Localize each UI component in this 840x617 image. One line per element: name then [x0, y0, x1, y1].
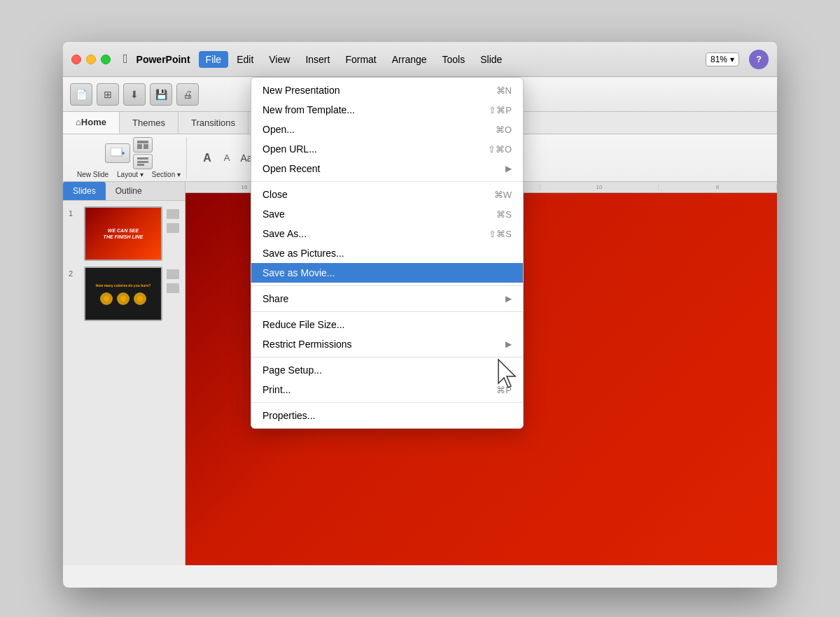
app-window:  PowerPoint File Edit View Insert Forma… — [63, 42, 777, 588]
menu-item-open-recent[interactable]: Open Recent ▶ — [251, 159, 523, 178]
font-decrease-btn[interactable]: A — [218, 149, 236, 167]
menu-item-page-setup[interactable]: Page Setup... — [251, 360, 523, 380]
menu-item-save-as[interactable]: Save As... ⇧⌘S — [251, 224, 523, 243]
slide-tabs: Slides Outline — [63, 182, 185, 201]
grid-icon[interactable]: ⊞ — [97, 83, 119, 106]
slide-icons-1 — [167, 206, 179, 233]
svg-rect-0 — [111, 148, 122, 156]
new-slide-label[interactable]: New Slide — [77, 171, 108, 178]
menu-insert[interactable]: Insert — [298, 51, 337, 68]
svg-point-11 — [137, 296, 143, 302]
section-label[interactable]: Section ▾ — [152, 171, 181, 178]
apple-menu[interactable]:  — [123, 52, 128, 66]
tab-slides[interactable]: Slides — [63, 182, 106, 200]
svg-point-9 — [104, 296, 109, 302]
list-item: 1 WE CAN SEETHE FINISH LINE — [69, 206, 179, 261]
slide-number-1: 1 — [69, 206, 80, 218]
help-button[interactable]: ? — [749, 50, 769, 69]
svg-rect-4 — [137, 144, 142, 149]
tab-transitions[interactable]: Transitions — [178, 112, 248, 134]
slide-icons-2 — [167, 267, 179, 293]
svg-rect-8 — [137, 164, 144, 166]
new-slide-icon[interactable] — [105, 143, 130, 163]
zoom-control[interactable]: 81% ▾ — [706, 52, 739, 66]
menu-view[interactable]: View — [262, 51, 297, 68]
app-name: PowerPoint — [136, 54, 190, 65]
menu-item-properties[interactable]: Properties... — [251, 406, 523, 425]
menu-item-save-as-pictures[interactable]: Save as Pictures... — [251, 243, 523, 263]
new-doc-icon[interactable]: 📄 — [70, 83, 92, 106]
font-increase-btn[interactable]: A — [198, 149, 216, 167]
menu-item-open[interactable]: Open... ⌘O — [251, 120, 523, 139]
menu-edit[interactable]: Edit — [230, 51, 260, 68]
icon-cycling — [117, 292, 130, 305]
maximize-button[interactable] — [101, 55, 111, 64]
menu-arrange[interactable]: Arrange — [385, 51, 434, 68]
slide-thumb-text-2: How many calories do you burn? — [96, 283, 151, 288]
svg-rect-3 — [137, 141, 148, 143]
tab-outline[interactable]: Outline — [106, 182, 152, 200]
menu-item-save[interactable]: Save ⌘S — [251, 204, 523, 224]
tab-home[interactable]: ⌂ Home — [63, 112, 120, 134]
menu-item-restrict-permissions[interactable]: Restrict Permissions ▶ — [251, 334, 523, 354]
zoom-value: 81% — [710, 55, 727, 64]
close-button[interactable] — [71, 55, 81, 64]
slide-action-icon-2a[interactable] — [167, 269, 179, 279]
new-slide-row — [105, 137, 153, 169]
import-icon[interactable]: ⬇ — [123, 83, 146, 106]
slide-thumb-text-1: WE CAN SEETHE FINISH LINE — [104, 227, 144, 240]
menu-file[interactable]: File — [199, 51, 229, 68]
menu-separator-1 — [251, 181, 523, 182]
svg-rect-5 — [144, 144, 148, 149]
section-icon[interactable] — [133, 154, 153, 169]
slide-action-icon-2b[interactable] — [167, 283, 179, 293]
slide-thumbnail-1[interactable]: WE CAN SEETHE FINISH LINE — [84, 206, 162, 261]
menu-item-open-url[interactable]: Open URL... ⇧⌘O — [251, 139, 523, 159]
menu-item-close[interactable]: Close ⌘W — [251, 185, 523, 204]
icon-sitting — [134, 292, 146, 305]
layout-label[interactable]: Layout ▾ — [117, 171, 144, 178]
svg-rect-6 — [137, 157, 148, 159]
svg-rect-7 — [137, 161, 148, 163]
menu-format[interactable]: Format — [338, 51, 383, 68]
menu-item-new-presentation[interactable]: New Presentation ⌘N — [251, 80, 523, 100]
print-icon[interactable]: 🖨 — [176, 83, 199, 106]
title-bar:  PowerPoint File Edit View Insert Forma… — [63, 42, 777, 77]
icon-running — [100, 292, 113, 305]
slide-thumbnail-2[interactable]: How many calories do you burn? — [84, 267, 162, 321]
file-menu-dropdown: New Presentation ⌘N New from Template...… — [251, 77, 524, 429]
zoom-dropdown-icon[interactable]: ▾ — [730, 55, 734, 64]
slide-panel: Slides Outline 1 WE CAN SEETHE FINISH LI… — [63, 182, 186, 565]
slide-number-2: 2 — [69, 267, 80, 278]
menu-item-new-from-template[interactable]: New from Template... ⇧⌘P — [251, 100, 523, 120]
slide-action-icon-1a[interactable] — [167, 209, 179, 219]
slide-action-icon-1b[interactable] — [167, 223, 179, 233]
home-icon: ⌂ — [76, 117, 81, 127]
menu-item-print[interactable]: Print... ⌘P — [251, 380, 523, 399]
save-icon[interactable]: 💾 — [150, 83, 172, 106]
slides-list: 1 WE CAN SEETHE FINISH LINE 2 How many c… — [63, 201, 185, 565]
tab-themes[interactable]: Themes — [120, 112, 178, 134]
menu-item-reduce-file-size[interactable]: Reduce File Size... — [251, 315, 523, 334]
menu-tools[interactable]: Tools — [435, 51, 472, 68]
menu-slide[interactable]: Slide — [473, 51, 509, 68]
minimize-button[interactable] — [86, 55, 96, 64]
traffic-lights — [71, 55, 111, 64]
menu-item-share[interactable]: Share ▶ — [251, 289, 523, 308]
menu-separator-5 — [251, 402, 523, 403]
ruler-mark: 10 — [540, 184, 659, 190]
menu-separator-2 — [251, 285, 523, 286]
menu-item-save-as-movie[interactable]: Save as Movie... — [251, 263, 523, 283]
menu-separator-3 — [251, 311, 523, 312]
menu-separator-4 — [251, 357, 523, 357]
svg-point-10 — [120, 296, 126, 302]
layout-icon[interactable] — [133, 137, 153, 153]
ruler-mark: 8 — [659, 184, 777, 190]
list-item: 2 How many calories do you burn? — [69, 267, 179, 321]
menu-bar: File Edit View Insert Format Arrange Too… — [199, 42, 510, 76]
